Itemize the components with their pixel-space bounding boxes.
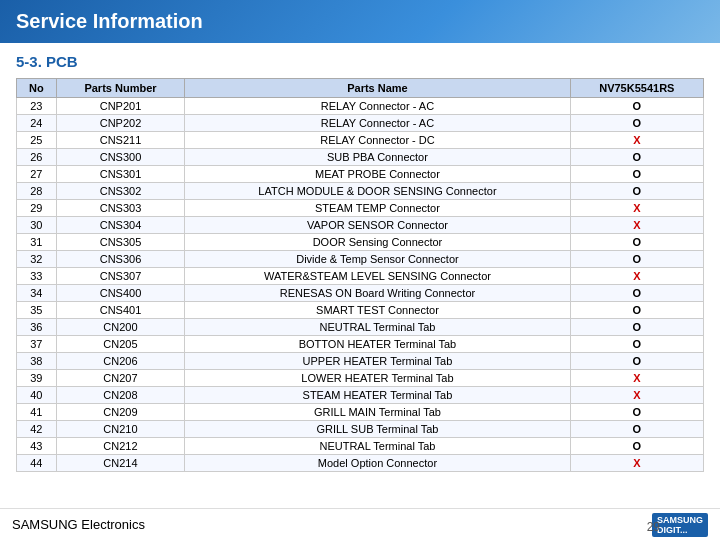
table-row: 32CNS306Divide & Temp Sensor ConnectorO <box>17 251 704 268</box>
table-row: 44CN214Model Option ConnectorX <box>17 455 704 472</box>
table-row: 39CN207LOWER HEATER Terminal TabX <box>17 370 704 387</box>
cell-value: X <box>570 132 703 149</box>
col-parts-name: Parts Name <box>185 79 570 98</box>
logo-box: SAMSUNGDIGIT... <box>652 513 708 537</box>
cell-no: 33 <box>17 268 57 285</box>
cell-no: 30 <box>17 217 57 234</box>
cell-no: 42 <box>17 421 57 438</box>
cell-parts-name: Divide & Temp Sensor Connector <box>185 251 570 268</box>
cell-value: O <box>570 336 703 353</box>
cell-no: 35 <box>17 302 57 319</box>
brand-name: SAMSUNG <box>12 517 78 532</box>
cell-no: 36 <box>17 319 57 336</box>
cell-parts-name: NEUTRAL Terminal Tab <box>185 438 570 455</box>
cell-no: 28 <box>17 183 57 200</box>
header-title: Service Information <box>16 10 203 33</box>
cell-parts-number: CNS303 <box>56 200 185 217</box>
cell-no: 27 <box>17 166 57 183</box>
cell-value: X <box>570 217 703 234</box>
cell-value: O <box>570 166 703 183</box>
table-row: 28CNS302LATCH MODULE & DOOR SENSING Conn… <box>17 183 704 200</box>
cell-parts-name: BOTTON HEATER Terminal Tab <box>185 336 570 353</box>
cell-parts-number: CNS305 <box>56 234 185 251</box>
cell-parts-number: CN207 <box>56 370 185 387</box>
cell-parts-number: CNS211 <box>56 132 185 149</box>
table-row: 24CNP202RELAY Connector - ACO <box>17 115 704 132</box>
table-row: 37CN205BOTTON HEATER Terminal TabO <box>17 336 704 353</box>
cell-parts-number: CN212 <box>56 438 185 455</box>
cell-no: 24 <box>17 115 57 132</box>
table-row: 26CNS300SUB PBA ConnectorO <box>17 149 704 166</box>
cell-parts-number: CN200 <box>56 319 185 336</box>
cell-value: O <box>570 234 703 251</box>
table-row: 35CNS401SMART TEST ConnectorO <box>17 302 704 319</box>
cell-value: O <box>570 404 703 421</box>
table-row: 43CN212NEUTRAL Terminal TabO <box>17 438 704 455</box>
table-row: 23CNP201RELAY Connector - ACO <box>17 98 704 115</box>
cell-parts-number: CN208 <box>56 387 185 404</box>
cell-parts-name: RENESAS ON Board Writing Connector <box>185 285 570 302</box>
cell-parts-number: CNS401 <box>56 302 185 319</box>
cell-parts-name: RELAY Connector - AC <box>185 98 570 115</box>
cell-parts-name: UPPER HEATER Terminal Tab <box>185 353 570 370</box>
cell-parts-name: WATER&STEAM LEVEL SENSING Connector <box>185 268 570 285</box>
cell-parts-number: CN205 <box>56 336 185 353</box>
cell-parts-name: MEAT PROBE Connector <box>185 166 570 183</box>
table-row: 33CNS307WATER&STEAM LEVEL SENSING Connec… <box>17 268 704 285</box>
cell-no: 38 <box>17 353 57 370</box>
cell-value: X <box>570 268 703 285</box>
col-no: No <box>17 79 57 98</box>
cell-parts-name: LOWER HEATER Terminal Tab <box>185 370 570 387</box>
header: Service Information <box>0 0 720 43</box>
cell-no: 31 <box>17 234 57 251</box>
cell-parts-name: GRILL SUB Terminal Tab <box>185 421 570 438</box>
cell-value: O <box>570 149 703 166</box>
cell-value: O <box>570 98 703 115</box>
col-model: NV75K5541RS <box>570 79 703 98</box>
table-row: 36CN200NEUTRAL Terminal TabO <box>17 319 704 336</box>
cell-parts-number: CNS301 <box>56 166 185 183</box>
cell-parts-number: CNS307 <box>56 268 185 285</box>
cell-parts-name: SMART TEST Connector <box>185 302 570 319</box>
cell-value: O <box>570 285 703 302</box>
cell-parts-name: LATCH MODULE & DOOR SENSING Connector <box>185 183 570 200</box>
cell-parts-name: STEAM HEATER Terminal Tab <box>185 387 570 404</box>
table-row: 34CNS400RENESAS ON Board Writing Connect… <box>17 285 704 302</box>
cell-no: 40 <box>17 387 57 404</box>
cell-parts-name: STEAM TEMP Connector <box>185 200 570 217</box>
table-row: 25CNS211RELAY Connector - DCX <box>17 132 704 149</box>
page-number: 29 <box>647 520 660 534</box>
cell-no: 25 <box>17 132 57 149</box>
cell-parts-number: CNS302 <box>56 183 185 200</box>
cell-no: 29 <box>17 200 57 217</box>
brand-suffix: Electronics <box>78 517 145 532</box>
cell-no: 39 <box>17 370 57 387</box>
footer-logo: SAMSUNGDIGIT... <box>652 513 708 537</box>
table-row: 38CN206UPPER HEATER Terminal TabO <box>17 353 704 370</box>
cell-no: 26 <box>17 149 57 166</box>
cell-no: 23 <box>17 98 57 115</box>
cell-value: O <box>570 183 703 200</box>
cell-parts-number: CN210 <box>56 421 185 438</box>
parts-table: No Parts Number Parts Name NV75K5541RS 2… <box>16 78 704 472</box>
table-row: 31CNS305DOOR Sensing ConnectorO <box>17 234 704 251</box>
cell-parts-name: Model Option Connector <box>185 455 570 472</box>
cell-value: O <box>570 115 703 132</box>
cell-parts-number: CNS300 <box>56 149 185 166</box>
section-title: 5-3. PCB <box>16 53 704 70</box>
cell-no: 34 <box>17 285 57 302</box>
cell-parts-name: SUB PBA Connector <box>185 149 570 166</box>
cell-parts-number: CNP202 <box>56 115 185 132</box>
table-row: 30CNS304VAPOR SENSOR ConnectorX <box>17 217 704 234</box>
cell-parts-number: CNS306 <box>56 251 185 268</box>
footer-brand: SAMSUNG Electronics <box>12 517 145 532</box>
cell-value: O <box>570 438 703 455</box>
cell-parts-number: CN209 <box>56 404 185 421</box>
cell-value: O <box>570 319 703 336</box>
table-row: 29CNS303STEAM TEMP ConnectorX <box>17 200 704 217</box>
cell-value: X <box>570 200 703 217</box>
content: 5-3. PCB No Parts Number Parts Name NV75… <box>0 43 720 482</box>
cell-parts-number: CN206 <box>56 353 185 370</box>
cell-no: 43 <box>17 438 57 455</box>
cell-parts-name: RELAY Connector - DC <box>185 132 570 149</box>
